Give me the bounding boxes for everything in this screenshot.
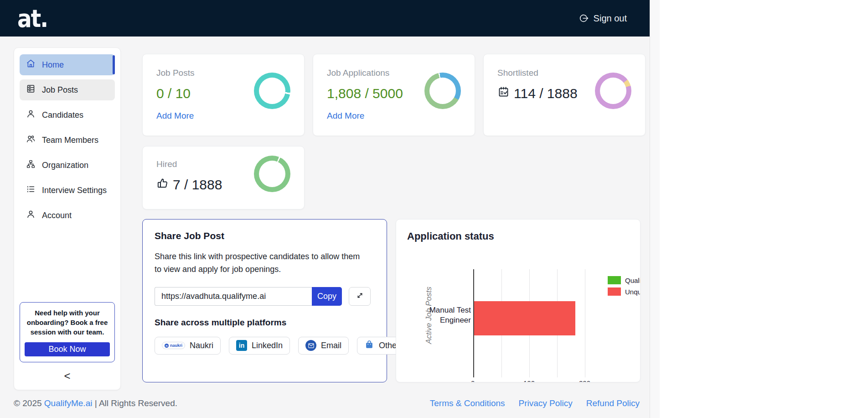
chart-legend: Qualifi... Unqua... (608, 276, 641, 299)
chart-plot-area: Active Job Posts Manual Test Engineer Qu… (407, 242, 629, 382)
footer-links: Terms & Conditions Privacy Policy Refund… (430, 398, 640, 408)
legend-item-qualified[interactable]: Qualifi... (608, 276, 641, 284)
card-value-text: 7 / 1888 (173, 177, 222, 193)
sidebar-item-label: Job Posts (42, 85, 78, 95)
add-more-link[interactable]: Add More (156, 111, 194, 121)
job-posts-card: Job Posts 0 / 10 Add More (142, 54, 305, 136)
expand-icon (356, 292, 364, 301)
sidebar-item-label: Home (42, 60, 64, 70)
sidebar-spacer (20, 230, 115, 302)
job-posts-donut (254, 73, 290, 109)
shortlisted-donut (595, 73, 631, 109)
sidebar-item-interview-settings[interactable]: Interview Settings (20, 180, 115, 201)
unqualified-swatch-icon (608, 287, 621, 296)
footer: © 2025 QualifyMe.ai | All Rights Reserve… (0, 392, 650, 418)
share-description: Share this link with prospective candida… (155, 251, 369, 276)
share-email-button[interactable]: Email (298, 337, 349, 355)
sign-out-icon (579, 13, 589, 23)
sidebar-collapse-button[interactable]: < (20, 362, 115, 384)
sidebar-item-account[interactable]: Account (20, 205, 115, 226)
sidebar-item-label: Interview Settings (42, 186, 107, 195)
expand-link-button[interactable] (349, 287, 371, 306)
legend-label: Unqua... (625, 288, 641, 296)
share-title: Share Job Post (155, 230, 375, 241)
share-link-row: Copy (155, 287, 375, 306)
list-icon (26, 184, 36, 196)
sidebar-item-label: Account (42, 211, 72, 220)
book-now-button[interactable]: Book Now (25, 342, 110, 356)
brand-logo: at. (17, 4, 47, 32)
shortlisted-card: Shortlisted 114 / 1888 (483, 54, 646, 136)
person-icon (26, 109, 36, 121)
chart-gridline (585, 269, 585, 377)
job-applications-donut (424, 73, 461, 109)
sidebar: Home Job Posts Candidates (14, 47, 121, 390)
job-posts-icon (26, 84, 36, 96)
sidebar-item-label: Team Members (42, 136, 98, 145)
sidebar-item-team-members[interactable]: Team Members (20, 130, 115, 151)
hired-donut (254, 156, 290, 192)
x-tick-200: 200 (579, 379, 597, 382)
onboarding-text: Need help with your onboarding? Book a f… (25, 308, 110, 337)
sidebar-item-home[interactable]: Home (20, 54, 115, 75)
card-value-text: 114 / 1888 (514, 86, 578, 101)
x-tick-100: 100 (523, 379, 542, 382)
naukri-icon: nnaukri (162, 342, 185, 349)
platform-label: Naukri (190, 341, 213, 350)
card-value: 0 / 10 (156, 86, 194, 101)
share-linkedin-button[interactable]: in LinkedIn (229, 337, 290, 355)
top-navbar: at. Sign out (0, 0, 660, 37)
thumbs-up-icon (156, 177, 169, 193)
chart-title: Application status (407, 230, 629, 242)
unqualified-bar[interactable] (474, 301, 575, 335)
platform-label: LinkedIn (252, 341, 283, 350)
email-icon (305, 340, 316, 351)
copyright-suffix: | All Rights Reserved. (92, 398, 177, 408)
copyright-text: © 2025 QualifyMe.ai | All Rights Reserve… (14, 398, 177, 408)
platforms-title: Share across multiple platforms (155, 318, 375, 328)
chart-category-label: Manual Test Engineer (407, 305, 471, 325)
card-value: 1,808 / 5000 (327, 86, 403, 101)
copy-button[interactable]: Copy (312, 287, 342, 306)
legend-item-unqualified[interactable]: Unqua... (608, 287, 641, 296)
org-chart-icon (26, 159, 36, 171)
x-tick-0: 0 (471, 379, 489, 382)
terms-link[interactable]: Terms & Conditions (430, 398, 505, 408)
privacy-link[interactable]: Privacy Policy (519, 398, 573, 408)
card-label: Job Applications (327, 68, 403, 78)
page-scrollbar[interactable] (650, 0, 660, 418)
share-job-post-card: Share Job Post Share this link with pros… (142, 219, 387, 382)
people-icon (26, 134, 36, 146)
clipboard-check-icon (497, 86, 510, 101)
share-url-input[interactable] (155, 287, 312, 306)
home-icon (26, 59, 36, 71)
sign-out-button[interactable]: Sign out (579, 13, 627, 24)
platform-label: Email (321, 341, 341, 350)
hired-card: Hired 7 / 1888 (142, 146, 305, 209)
card-label: Hired (156, 159, 222, 169)
card-value: 7 / 1888 (156, 177, 222, 193)
sidebar-item-candidates[interactable]: Candidates (20, 104, 115, 125)
sidebar-item-label: Candidates (42, 110, 83, 120)
app-window: at. Sign out Home (0, 0, 660, 418)
sign-out-label: Sign out (594, 13, 627, 24)
sidebar-item-label: Organization (42, 161, 88, 170)
account-icon (26, 209, 36, 221)
linkedin-icon: in (236, 340, 247, 351)
sidebar-item-job-posts[interactable]: Job Posts (20, 79, 115, 100)
share-naukri-button[interactable]: nnaukri Naukri (155, 337, 221, 355)
sidebar-item-organization[interactable]: Organization (20, 155, 115, 176)
job-applications-card: Job Applications 1,808 / 5000 Add More (313, 54, 475, 136)
legend-label: Qualifi... (625, 277, 641, 284)
add-more-link[interactable]: Add More (327, 111, 364, 121)
onboarding-help-box: Need help with your onboarding? Book a f… (20, 302, 115, 362)
bag-icon (364, 340, 374, 352)
qualified-swatch-icon (608, 276, 621, 284)
application-status-card: Application status Active Job Posts Manu… (396, 219, 641, 382)
refund-link[interactable]: Refund Policy (586, 398, 640, 408)
platform-buttons: nnaukri Naukri in LinkedIn Email (155, 337, 375, 355)
card-label: Shortlisted (497, 68, 578, 78)
brand-link[interactable]: QualifyMe.ai (44, 398, 93, 408)
copyright-prefix: © 2025 (14, 398, 44, 408)
card-value: 114 / 1888 (497, 86, 578, 101)
